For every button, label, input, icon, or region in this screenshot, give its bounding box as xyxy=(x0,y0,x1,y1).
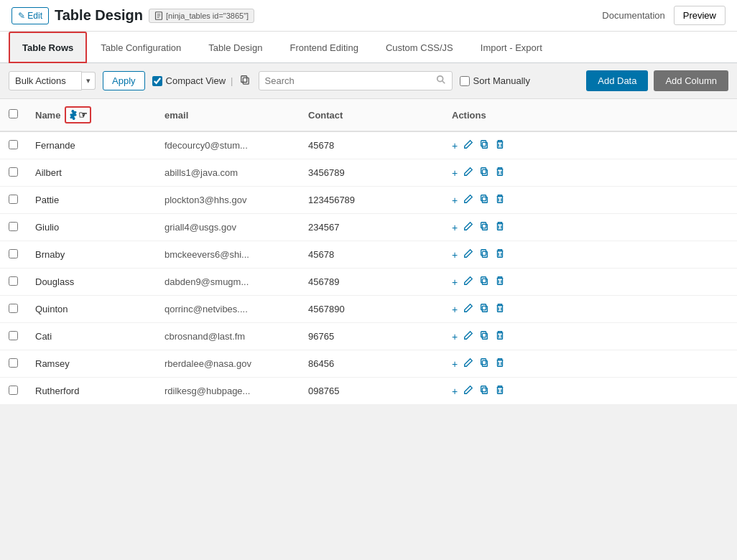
tab-import-export[interactable]: Import - Export xyxy=(467,32,556,63)
copy-row-icon[interactable] xyxy=(479,248,489,261)
edit-row-icon[interactable] xyxy=(463,139,473,151)
svg-rect-50 xyxy=(498,360,503,367)
row-checkbox[interactable] xyxy=(9,167,18,177)
copy-row-icon[interactable] xyxy=(479,276,489,288)
add-column-button[interactable]: Add Column xyxy=(654,70,728,91)
add-row-icon[interactable]: + xyxy=(452,386,458,397)
copy-row-icon[interactable] xyxy=(479,330,489,342)
edit-row-icon[interactable] xyxy=(463,276,473,288)
delete-row-icon[interactable] xyxy=(495,194,505,206)
tab-table-design[interactable]: Table Design xyxy=(195,32,276,63)
edit-row-icon[interactable] xyxy=(463,194,473,206)
tab-custom-css-js[interactable]: Custom CSS/JS xyxy=(372,32,467,63)
edit-row-icon[interactable] xyxy=(463,330,473,342)
row-actions-cell: + xyxy=(443,378,737,405)
table-row: Ailbert abills1@java.com 3456789 + xyxy=(0,159,737,187)
copy-row-icon[interactable] xyxy=(479,358,489,370)
row-checkbox[interactable] xyxy=(9,276,18,286)
edit-row-icon[interactable] xyxy=(463,248,473,261)
action-buttons: Add Data Add Column xyxy=(586,70,728,91)
delete-row-icon[interactable] xyxy=(495,221,505,233)
row-checkbox-cell xyxy=(0,241,27,269)
delete-row-icon[interactable] xyxy=(495,167,505,179)
row-actions-cell: + xyxy=(443,296,737,323)
row-checkbox[interactable] xyxy=(9,249,18,258)
delete-row-icon[interactable] xyxy=(495,330,505,342)
copy-row-icon[interactable] xyxy=(479,194,489,206)
add-data-button[interactable]: Add Data xyxy=(586,70,648,91)
gear-icon-box[interactable]: ☞ xyxy=(65,106,91,123)
edit-button[interactable]: ✎ Edit xyxy=(11,7,49,24)
add-row-icon[interactable]: + xyxy=(452,222,458,233)
edit-row-icon[interactable] xyxy=(463,167,473,179)
edit-row-icon[interactable] xyxy=(463,303,473,315)
header-actions-col: Actions xyxy=(443,99,737,131)
copy-icon-button[interactable] xyxy=(238,73,251,88)
gear-icon xyxy=(68,110,78,120)
row-checkbox[interactable] xyxy=(9,358,18,368)
edit-row-icon[interactable] xyxy=(463,358,473,370)
svg-rect-49 xyxy=(481,359,486,365)
delete-row-icon[interactable] xyxy=(495,248,505,261)
copy-row-icon[interactable] xyxy=(479,221,489,233)
row-actions-cell: + xyxy=(443,131,737,159)
add-row-icon[interactable]: + xyxy=(452,167,458,179)
bulk-actions-select[interactable]: Bulk Actions xyxy=(9,71,82,90)
bulk-dropdown-arrow[interactable]: ▾ xyxy=(82,72,96,90)
row-name-cell: Giulio xyxy=(27,214,156,241)
add-row-icon[interactable]: + xyxy=(452,195,458,206)
svg-rect-34 xyxy=(481,277,486,283)
row-checkbox[interactable] xyxy=(9,222,18,231)
svg-rect-45 xyxy=(498,333,503,340)
tab-table-configuration[interactable]: Table Configuration xyxy=(87,32,195,63)
row-checkbox[interactable] xyxy=(9,195,18,204)
svg-rect-9 xyxy=(481,141,486,146)
row-actions-cell: + xyxy=(443,241,737,269)
row-name-cell: Brnaby xyxy=(27,241,156,269)
delete-row-icon[interactable] xyxy=(495,385,505,397)
header-checkbox-col xyxy=(0,99,27,131)
add-row-icon[interactable]: + xyxy=(452,276,458,288)
add-row-icon[interactable]: + xyxy=(452,331,458,342)
edit-row-icon[interactable] xyxy=(463,385,473,397)
table-row: Douglass dabden9@smugm... 456789 + xyxy=(0,269,737,296)
table-row: Quinton qorrinc@netvibes.... 4567890 + xyxy=(0,296,737,323)
copy-row-icon[interactable] xyxy=(479,385,489,397)
copy-row-icon[interactable] xyxy=(479,167,489,179)
delete-row-icon[interactable] xyxy=(495,303,505,315)
compact-view-checkbox[interactable] xyxy=(152,76,162,86)
add-row-icon[interactable]: + xyxy=(452,140,458,151)
row-actions-cell: + xyxy=(443,159,737,187)
select-all-checkbox[interactable] xyxy=(9,109,18,118)
row-checkbox[interactable] xyxy=(9,140,18,149)
svg-rect-53 xyxy=(483,388,488,393)
sort-manually-checkbox[interactable] xyxy=(460,76,470,86)
row-action-icons: + xyxy=(452,330,728,342)
delete-row-icon[interactable] xyxy=(495,139,505,151)
copy-row-icon[interactable] xyxy=(479,303,489,315)
add-row-icon[interactable]: + xyxy=(452,358,458,370)
preview-button[interactable]: Preview xyxy=(674,6,726,25)
row-checkbox[interactable] xyxy=(9,304,18,313)
tab-table-rows[interactable]: Table Rows xyxy=(9,32,87,63)
row-name-cell: Ailbert xyxy=(27,159,156,187)
add-row-icon[interactable]: + xyxy=(452,249,458,261)
row-checkbox[interactable] xyxy=(9,386,18,395)
svg-rect-29 xyxy=(481,250,486,256)
row-action-icons: + xyxy=(452,248,728,261)
add-row-icon[interactable]: + xyxy=(452,304,458,315)
svg-rect-14 xyxy=(481,168,486,174)
delete-row-icon[interactable] xyxy=(495,276,505,288)
copy-row-icon[interactable] xyxy=(479,139,489,151)
search-input[interactable] xyxy=(265,75,432,86)
row-contact-cell: 456789 xyxy=(300,269,443,296)
delete-row-icon[interactable] xyxy=(495,358,505,370)
edit-row-icon[interactable] xyxy=(463,221,473,233)
documentation-link[interactable]: Documentation xyxy=(602,10,664,21)
apply-button[interactable]: Apply xyxy=(103,71,145,90)
svg-rect-20 xyxy=(498,197,503,203)
tab-frontend-editing[interactable]: Frontend Editing xyxy=(276,32,371,63)
row-checkbox[interactable] xyxy=(9,331,18,340)
row-email-cell: dabden9@smugm... xyxy=(156,269,300,296)
row-name-cell: Cati xyxy=(27,323,156,350)
